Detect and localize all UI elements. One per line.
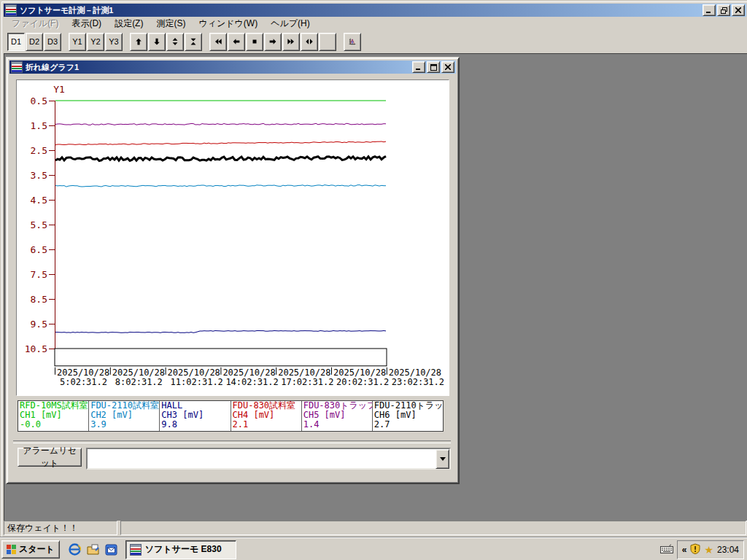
legend-value: 2.7 — [374, 420, 441, 429]
stop-icon — [251, 36, 258, 47]
menu-item-help[interactable]: ヘルプ(H) — [264, 16, 317, 31]
compress-vertical-button[interactable] — [185, 33, 202, 51]
right-arrow-button[interactable] — [264, 33, 282, 51]
up-arrow-button[interactable] — [130, 33, 147, 51]
legend-value: 2.1 — [233, 420, 300, 429]
chevron-collapse-icon[interactable]: « — [682, 545, 687, 555]
legend-ch6: FDU-2110トラップCH6 [mV]2.7 — [372, 401, 443, 431]
tray-panel: « ★ 23:04 — [677, 540, 744, 559]
svg-text:5:02:31.2: 5:02:31.2 — [60, 377, 107, 387]
svg-text:2025/10/28: 2025/10/28 — [57, 368, 109, 378]
svg-text:11:02:31.2: 11:02:31.2 — [171, 377, 223, 387]
graph-window: 折れ線グラフ1 Y10.51.52.53.54.55.56.57.58.59.5… — [6, 57, 460, 484]
keyboard-icon[interactable] — [660, 544, 673, 555]
svg-text:Y1: Y1 — [53, 84, 65, 95]
fast-forward-button[interactable] — [282, 33, 300, 51]
down-arrow-icon — [153, 36, 160, 47]
menu-item-settings[interactable]: 設定(Z) — [108, 16, 150, 31]
channel-legend: RFD-10MS試料室CH1 [mV]-0.0FDU-2110試料室CH2 [m… — [18, 400, 444, 432]
toolbar-button-y3[interactable]: Y3 — [105, 33, 123, 51]
status-panel-2 — [120, 521, 746, 535]
alarm-combo-input[interactable] — [88, 449, 436, 468]
alarm-combo — [86, 448, 451, 470]
menu-item-view[interactable]: 表示(D) — [65, 16, 108, 31]
compress-horizontal-button[interactable] — [319, 33, 336, 51]
svg-text:5.5: 5.5 — [31, 219, 47, 230]
toolbar-button-d3[interactable]: D3 — [44, 33, 61, 51]
svg-text:4.5: 4.5 — [31, 195, 47, 206]
toolbar-button-y2[interactable]: Y2 — [87, 33, 104, 51]
system-tray: « ★ 23:04 — [660, 540, 744, 559]
svg-text:6.5: 6.5 — [31, 244, 47, 255]
svg-text:9.5: 9.5 — [31, 319, 47, 330]
toolbar-button-d1[interactable]: D1 — [7, 33, 25, 51]
compress-horizontal-icon — [324, 36, 331, 47]
toolbar-button-y1[interactable]: Y1 — [69, 33, 86, 51]
status-message: 保存ウェイト！！ — [4, 521, 117, 535]
start-button[interactable]: スタート — [1, 540, 60, 559]
trace-ch3 — [55, 331, 386, 333]
combo-dropdown-button[interactable] — [436, 449, 449, 469]
graph-window-icon — [11, 61, 23, 73]
main-window-title: ソフトサーモ計測－計測1 — [20, 5, 701, 16]
mdi-client-area: 折れ線グラフ1 Y10.51.52.53.54.55.56.57.58.59.5… — [4, 53, 747, 521]
status-bar: 保存ウェイト！！ — [4, 521, 746, 535]
rewind-button[interactable] — [209, 33, 227, 51]
minimize-button[interactable] — [703, 4, 716, 16]
svg-text:0.5: 0.5 — [31, 96, 47, 106]
main-titlebar[interactable]: ソフトサーモ計測－計測1 — [4, 4, 746, 17]
expand-horizontal-button[interactable] — [301, 33, 318, 51]
legend-ch2: FDU-2110試料室CH2 [mV]3.9 — [88, 401, 159, 431]
svg-text:8.5: 8.5 — [31, 294, 47, 305]
close-button[interactable] — [732, 4, 745, 16]
legend-ch5: FDU-830トラップCH5 [mV]1.4 — [301, 401, 372, 431]
svg-text:2025/10/28: 2025/10/28 — [333, 368, 386, 378]
svg-text:2025/10/28: 2025/10/28 — [112, 368, 165, 378]
svg-text:2.5: 2.5 — [31, 145, 47, 156]
graph-window-titlebar[interactable]: 折れ線グラフ1 — [9, 61, 456, 74]
graph-maximize-button[interactable] — [427, 61, 440, 73]
svg-text:8:02:31.2: 8:02:31.2 — [115, 377, 163, 387]
svg-text:17:02:31.2: 17:02:31.2 — [281, 377, 333, 387]
svg-text:23:02:31.2: 23:02:31.2 — [392, 377, 444, 387]
fast-forward-icon — [287, 36, 295, 47]
svg-text:3.5: 3.5 — [31, 170, 47, 181]
legend-value: 1.4 — [303, 420, 371, 429]
svg-text:14:02:31.2: 14:02:31.2 — [225, 377, 278, 387]
trace-ch4 — [55, 141, 386, 145]
task-button-icon — [130, 544, 142, 556]
restore-button[interactable] — [717, 4, 730, 16]
show-desktop-icon[interactable] — [87, 543, 100, 556]
task-button-softthermo[interactable]: ソフトサーモ E830 — [125, 540, 236, 559]
svg-text:2025/10/28: 2025/10/28 — [222, 368, 275, 378]
toolbar-button-d2[interactable]: D2 — [26, 33, 43, 51]
quick-launch-bar — [69, 543, 118, 556]
graph-button[interactable] — [344, 33, 361, 51]
star-icon[interactable]: ★ — [704, 544, 713, 556]
left-arrow-button[interactable] — [228, 33, 245, 51]
internet-explorer-icon[interactable] — [69, 543, 82, 556]
main-window: ソフトサーモ計測－計測1 ファイル(F)表示(D)設定(Z)測定(S)ウィンドウ… — [0, 0, 747, 539]
screen: ソフトサーモ計測－計測1 ファイル(F)表示(D)設定(Z)測定(S)ウィンドウ… — [0, 0, 747, 560]
legend-ch4: FDU-830試料室CH4 [mV]2.1 — [231, 401, 301, 431]
menu-item-measure[interactable]: 測定(S) — [150, 16, 192, 31]
security-shield-icon[interactable] — [690, 543, 700, 556]
outlook-express-icon[interactable] — [105, 543, 118, 556]
taskbar: スタート ソフトサーモ E830 « — [0, 537, 747, 560]
app-icon — [5, 4, 17, 16]
right-arrow-icon — [269, 36, 276, 47]
tray-clock: 23:04 — [717, 545, 739, 555]
graph-close-button[interactable] — [441, 61, 454, 73]
svg-text:7.5: 7.5 — [31, 269, 47, 280]
down-arrow-button[interactable] — [148, 33, 166, 51]
left-arrow-icon — [233, 36, 240, 47]
stop-button[interactable] — [246, 33, 263, 51]
toolbar: D1D2D3Y1Y2Y3 — [4, 30, 746, 54]
graph-window-title: 折れ線グラフ1 — [26, 62, 411, 73]
compress-vertical-icon — [190, 36, 197, 47]
expand-vertical-button[interactable] — [166, 33, 184, 51]
menu-item-window[interactable]: ウィンドウ(W) — [192, 16, 264, 31]
alarm-reset-button[interactable]: アラームリセット — [18, 448, 82, 467]
graph-minimize-button[interactable] — [412, 61, 425, 73]
menu-item-file[interactable]: ファイル(F) — [5, 16, 65, 31]
